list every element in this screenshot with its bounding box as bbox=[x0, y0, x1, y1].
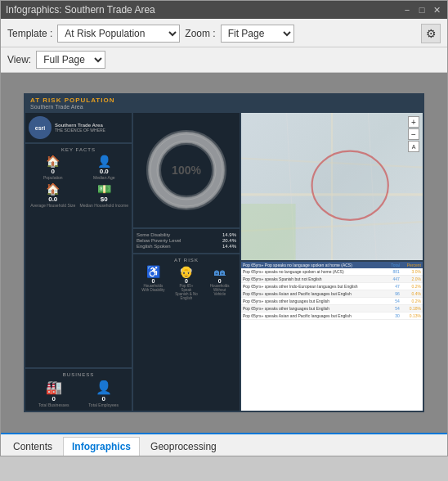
tab-infographics[interactable]: Infographics bbox=[63, 437, 140, 456]
content-area: AT RISK POPULATION Southern Trade Area e… bbox=[1, 73, 447, 433]
zoom-in-button[interactable]: + bbox=[408, 116, 419, 128]
toolbar-row1: Template : At Risk Population Zoom : Fit… bbox=[1, 19, 447, 47]
settings-button[interactable]: ⚙ bbox=[421, 24, 441, 43]
median-age-value: 0.0 bbox=[100, 168, 109, 175]
senior-icon: 👴 bbox=[179, 265, 193, 278]
row-percent: 3.0% bbox=[401, 268, 423, 276]
donut-container: 100% bbox=[141, 125, 231, 215]
poverty-value: 20.4% bbox=[222, 238, 236, 243]
household-size-label: Average Household Size bbox=[30, 203, 75, 208]
disability-label: Some Disability bbox=[137, 232, 170, 237]
language-table: Pop 65yrs+ Pop speaks no language spoken… bbox=[241, 262, 423, 320]
maximize-button[interactable]: □ bbox=[416, 5, 428, 15]
population-label: Population bbox=[43, 175, 63, 180]
stats-box: Some Disability 14.9% Below Poverty Leve… bbox=[133, 229, 240, 253]
at-risk-no-vehicle-value: 0 bbox=[218, 278, 222, 284]
infographic-preview: AT RISK POPULATION Southern Trade Area e… bbox=[24, 93, 424, 412]
esri-info: Southern Trade Area THE SCIENCE OF WHERE bbox=[55, 123, 105, 133]
fact-household-size: 🏠 0.0 Average Household Size bbox=[29, 182, 78, 208]
donut-percentage: 100% bbox=[172, 164, 201, 177]
disability-value: 14.9% bbox=[222, 232, 236, 237]
zoom-select[interactable]: Fit Page bbox=[221, 25, 294, 43]
no-vehicle-icon: 🏘 bbox=[214, 265, 226, 278]
table-row: Pop 65yrs+ speaks no language spoken at … bbox=[241, 268, 423, 276]
table-row: Pop 65yrs+ speaks other languages but En… bbox=[241, 298, 423, 305]
table-row: Pop 65yrs+ speaks other languages but En… bbox=[241, 305, 423, 312]
at-risk-disability: ♿ 0 Households With Disability bbox=[141, 265, 165, 300]
businesses-label: Total Businesses bbox=[38, 402, 69, 407]
row-description: Pop 65yrs+ speaks other Indo-European la… bbox=[241, 283, 387, 290]
total-employees: 👤 0 Total Employees bbox=[88, 380, 119, 407]
row-description: Pop 65yrs+ speaks other languages but En… bbox=[241, 298, 387, 305]
at-risk-disability-label: Households With Disability bbox=[141, 284, 165, 292]
facts-grid: 🏠 0 Population 👤 0.0 Median Age 🏠 bbox=[29, 155, 128, 208]
population-value: 0 bbox=[52, 168, 55, 175]
english-value: 14.4% bbox=[222, 244, 236, 249]
at-risk-box: AT RISK ♿ 0 Households With Disability 👴… bbox=[133, 254, 240, 411]
view-select[interactable]: Full Page Mode bbox=[36, 51, 105, 69]
map-box: + − A bbox=[241, 113, 423, 260]
stat-row-english: English Spoken 14.4% bbox=[137, 244, 236, 249]
panel-title: Infographics: Southern Trade Area bbox=[6, 4, 155, 16]
data-table-box: Pop 65yrs+ Pop speaks no language spoken… bbox=[241, 262, 423, 411]
bottom-tabs: Contents Infographics Geoprocessing bbox=[1, 433, 447, 456]
fact-median-age: 👤 0.0 Median Age bbox=[80, 155, 129, 180]
row-percent: 0.13% bbox=[401, 312, 423, 320]
row-total: 96 bbox=[387, 290, 401, 298]
toolbar-row2: View: Full Page Mode bbox=[1, 47, 447, 73]
at-risk-spanish: 👴 0 Pop 65+ Speak Spanish & No English bbox=[174, 265, 199, 300]
key-facts-box: KEY FACTS 🏠 0 Population 👤 0.0 Median Ag… bbox=[25, 144, 132, 367]
poverty-label: Below Poverty Level bbox=[137, 238, 181, 243]
employees-icon: 👤 bbox=[96, 380, 112, 395]
total-businesses: 🏭 0 Total Businesses bbox=[38, 380, 69, 407]
income-icon: 💵 bbox=[97, 182, 111, 196]
infographic-subtitle: Southern Trade Area bbox=[30, 104, 418, 110]
population-icon: 🏠 bbox=[46, 155, 60, 168]
row-description: Pop 65yrs+ speaks Asian and Pacific lang… bbox=[241, 290, 387, 298]
esri-logo: esri bbox=[29, 116, 52, 139]
row-total: 30 bbox=[387, 312, 401, 320]
table-row: Pop 65yrs+ speaks Spanish but not Englis… bbox=[241, 276, 423, 283]
row-description: Pop 65yrs+ speaks Spanish but not Englis… bbox=[241, 276, 387, 283]
household-size-icon: 🏠 bbox=[46, 182, 60, 196]
at-risk-spanish-value: 0 bbox=[185, 278, 188, 284]
map-controls: + − A bbox=[408, 116, 419, 152]
businesses-value: 0 bbox=[52, 395, 55, 402]
household-size-value: 0.0 bbox=[48, 196, 57, 203]
table-row: Pop 65yrs+ speaks other Indo-European la… bbox=[241, 283, 423, 290]
at-risk-label: AT RISK bbox=[137, 258, 236, 263]
stat-row-poverty: Below Poverty Level 20.4% bbox=[137, 238, 236, 243]
tab-geoprocessing[interactable]: Geoprocessing bbox=[141, 437, 226, 456]
row-percent: 0.4% bbox=[401, 290, 423, 298]
row-description: Pop 65yrs+ speaks other languages but En… bbox=[241, 305, 387, 312]
esri-logo-box: esri Southern Trade Area THE SCIENCE OF … bbox=[25, 113, 132, 142]
zoom-label: Zoom : bbox=[185, 28, 215, 39]
infographic-header: AT RISK POPULATION Southern Trade Area bbox=[24, 93, 424, 111]
row-total: 47 bbox=[387, 283, 401, 290]
template-label: Template : bbox=[7, 28, 52, 39]
table-row: Pop 65yrs+ speaks Asian and Pacific lang… bbox=[241, 290, 423, 298]
close-button[interactable]: ✕ bbox=[431, 5, 442, 16]
template-select[interactable]: At Risk Population bbox=[57, 25, 180, 43]
title-bar: Infographics: Southern Trade Area − □ ✕ bbox=[1, 1, 447, 19]
infographic-title: AT RISK POPULATION bbox=[30, 97, 418, 104]
zoom-out-button[interactable]: − bbox=[408, 128, 419, 140]
median-age-icon: 👤 bbox=[97, 155, 111, 168]
row-percent: 0.2% bbox=[401, 298, 423, 305]
tab-contents[interactable]: Contents bbox=[4, 437, 61, 456]
map-mode-button[interactable]: A bbox=[408, 141, 419, 152]
row-description: Pop 65yrs+ speaks Asian and Pacific lang… bbox=[241, 312, 387, 320]
row-percent: 0.2% bbox=[401, 283, 423, 290]
title-bar-controls: − □ ✕ bbox=[401, 5, 442, 16]
svg-point-13 bbox=[312, 151, 388, 220]
income-value: $0 bbox=[101, 196, 108, 203]
median-age-label: Median Age bbox=[93, 175, 114, 180]
row-percent: 2.0% bbox=[401, 276, 423, 283]
infographic-body: esri Southern Trade Area THE SCIENCE OF … bbox=[24, 111, 424, 412]
business-box: BUSINESS 🏭 0 Total Businesses 👤 0 Total … bbox=[25, 369, 132, 411]
table-row: Pop 65yrs+ speaks Asian and Pacific lang… bbox=[241, 312, 423, 320]
row-total: 54 bbox=[387, 298, 401, 305]
minimize-button[interactable]: − bbox=[401, 5, 413, 15]
left-column: esri Southern Trade Area THE SCIENCE OF … bbox=[25, 113, 132, 411]
view-label: View: bbox=[7, 54, 31, 65]
